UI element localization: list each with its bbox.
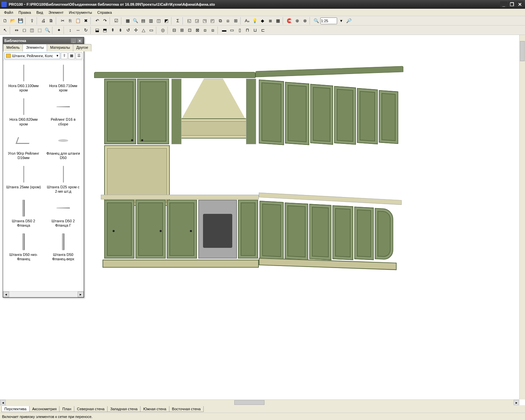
d2-icon[interactable]: ⊞ — [178, 27, 186, 34]
tab-furniture[interactable]: Мебель — [3, 44, 23, 51]
view3-icon[interactable]: ▤ — [139, 17, 147, 25]
tab-axonometry[interactable]: Аксонометрия — [29, 406, 60, 412]
winmode6-icon[interactable]: ⧇ — [224, 17, 232, 25]
tool-c-icon[interactable]: ◫ — [28, 27, 36, 34]
minimize-button[interactable]: _ — [500, 1, 508, 7]
library-item[interactable]: Штанга D50 2 Фланца — [4, 197, 43, 229]
tab-materials[interactable]: Материалы — [47, 44, 73, 51]
copy-icon[interactable] — [67, 17, 74, 25]
d5-icon[interactable]: ⧈ — [201, 27, 209, 34]
tab-south[interactable]: Южная стена — [140, 406, 169, 412]
new-icon[interactable] — [1, 17, 9, 25]
cut-icon[interactable] — [59, 17, 66, 25]
d6-icon[interactable]: ⧇ — [209, 27, 216, 34]
properties-icon[interactable]: ☑ — [113, 17, 120, 25]
pointer-icon[interactable]: ↖ — [1, 27, 9, 34]
zoom-in-icon[interactable]: 🔎 — [345, 17, 353, 25]
library-item[interactable]: Рейлинг D16 в сборе — [44, 95, 82, 127]
layers-icon[interactable]: ≣ — [267, 17, 274, 25]
winmode5-icon[interactable]: ⧉ — [216, 17, 224, 25]
print-icon[interactable] — [40, 17, 47, 25]
target-icon[interactable]: ◎ — [159, 27, 166, 34]
view4-icon[interactable]: ▥ — [147, 17, 155, 25]
al6-icon[interactable]: ✢ — [132, 27, 139, 34]
winmode7-icon[interactable]: ⊞ — [232, 17, 239, 25]
export-icon[interactable]: ⇪ — [28, 17, 36, 25]
color-icon[interactable]: ◆ — [259, 17, 266, 25]
library-close-icon[interactable]: ✕ — [77, 38, 82, 43]
arr-lr-icon[interactable]: ↔ — [74, 27, 82, 34]
winmode2-icon[interactable]: ◲ — [193, 17, 201, 25]
tool-e-icon[interactable]: 🔍 — [44, 27, 51, 34]
al1-icon[interactable]: ⬓ — [93, 27, 101, 34]
winmode1-icon[interactable]: ◱ — [186, 17, 193, 25]
view2-icon[interactable]: 🔍 — [132, 17, 139, 25]
library-item[interactable]: Штанга D50 низ-Фланец — [4, 230, 43, 263]
label-icon[interactable]: Aₐ — [243, 17, 251, 25]
al5-icon[interactable]: ↺ — [124, 27, 132, 34]
tool-d-icon[interactable]: ⬚ — [36, 27, 43, 34]
library-view-list-icon[interactable]: ☰ — [76, 52, 82, 59]
arr-up-icon[interactable]: ↕ — [67, 27, 74, 34]
redo-icon[interactable] — [101, 17, 109, 25]
d1-icon[interactable]: ⊟ — [170, 27, 178, 34]
al3-icon[interactable]: ⇞ — [109, 27, 116, 34]
al4-icon[interactable]: ⇟ — [117, 27, 124, 34]
tab-perspective[interactable]: Перспектива — [1, 406, 30, 412]
menu-element[interactable]: Элемент — [46, 9, 66, 15]
library-item[interactable]: Нога D60.1100мм хром — [4, 62, 43, 94]
delete-icon[interactable]: ✖ — [82, 17, 89, 25]
g6-icon[interactable]: ⊏ — [259, 27, 267, 34]
zoom-out-icon[interactable]: 🔍 — [313, 17, 320, 25]
winmode3-icon[interactable]: ◳ — [201, 17, 208, 25]
library-item[interactable]: Угол 90гр Рейлинг D16мм — [4, 129, 43, 161]
tool-b-icon[interactable]: ◻ — [21, 27, 28, 34]
g5-icon[interactable]: ⊔ — [251, 27, 259, 34]
horizontal-scrollbar[interactable]: ◂▸ — [0, 399, 519, 405]
snap2-icon[interactable]: ⊗ — [301, 17, 309, 25]
tool-a-icon[interactable]: ⇔ — [13, 27, 20, 34]
library-folder-select[interactable]: Штанги, Рейлинги, Колс ▾ — [4, 52, 60, 59]
menu-tools[interactable]: Инструменты — [66, 9, 95, 15]
sum-icon[interactable]: Σ — [174, 17, 181, 25]
maximize-button[interactable]: ❐ — [508, 1, 516, 7]
tab-north[interactable]: Северная стена — [74, 406, 108, 412]
vertical-scrollbar[interactable] — [519, 35, 525, 399]
magnet-icon[interactable]: 🧲 — [286, 17, 293, 25]
library-item[interactable]: Нога D60.710мм хром — [44, 62, 82, 94]
d4-icon[interactable]: ⊠ — [194, 27, 201, 34]
snap1-icon[interactable]: ⊕ — [293, 17, 301, 25]
menu-file[interactable]: Файл — [1, 9, 16, 15]
tab-other[interactable]: Другое — [73, 44, 91, 51]
grid-icon[interactable]: ▦ — [274, 17, 282, 25]
tab-east[interactable]: Восточная стена — [169, 406, 204, 412]
library-item[interactable]: Нога D60.820мм хром — [4, 95, 43, 127]
g4-icon[interactable]: ⊓ — [244, 27, 251, 34]
close-button[interactable]: ✕ — [516, 1, 524, 7]
library-item[interactable]: Штанга D50 2 Фланца Г — [44, 197, 82, 229]
view6-icon[interactable]: ◩ — [163, 17, 170, 25]
paste-icon[interactable] — [74, 17, 82, 25]
g2-icon[interactable]: ▭ — [228, 27, 236, 34]
menu-view[interactable]: Вид — [34, 9, 46, 15]
open-icon[interactable] — [9, 17, 16, 25]
library-hscroll[interactable]: ◂▸ — [3, 291, 84, 297]
library-view-large-icon[interactable]: ▦ — [68, 52, 75, 59]
library-header[interactable]: Библиотека _ ✕ — [3, 37, 84, 44]
tool-f-icon[interactable]: ✦ — [55, 27, 63, 34]
winmode4-icon[interactable]: ◰ — [209, 17, 216, 25]
tab-west[interactable]: Западная стена — [107, 406, 140, 412]
g3-icon[interactable]: ▯ — [236, 27, 243, 34]
al8-icon[interactable]: ▭ — [148, 27, 155, 34]
light-icon[interactable]: 💡 — [251, 17, 258, 25]
d3-icon[interactable]: ⊡ — [186, 27, 193, 34]
save-icon[interactable] — [17, 17, 24, 25]
print-preview-icon[interactable]: 🗎 — [47, 17, 55, 25]
library-up-icon[interactable]: ⇧ — [61, 52, 68, 59]
tab-elements[interactable]: Элементы — [23, 44, 47, 51]
library-minimize-icon[interactable]: _ — [71, 38, 76, 43]
library-item[interactable]: Штанга D50 Фланец-верх — [44, 230, 82, 263]
view5-icon[interactable]: ◫ — [155, 17, 162, 25]
menu-help[interactable]: Справка — [95, 9, 115, 15]
arr-rot-icon[interactable]: ↻ — [82, 27, 89, 34]
